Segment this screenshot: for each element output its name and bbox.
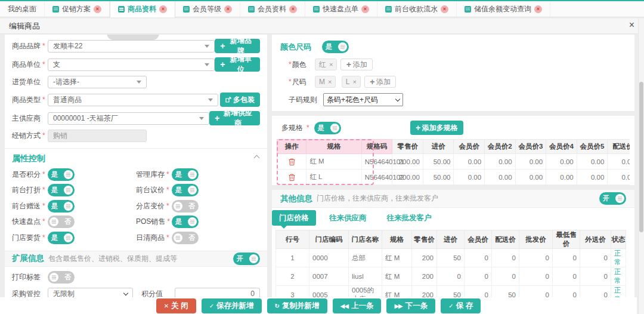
color-size-toggle[interactable]: 是 [322, 41, 349, 53]
remove-tag-icon[interactable] [352, 78, 356, 86]
toggle-switch[interactable]: 是 [48, 200, 75, 213]
spec-value-cell[interactable]: 0.00 [608, 170, 630, 185]
spec-value-cell[interactable]: 50.00 [423, 170, 454, 185]
store-name-cell: liusl [349, 267, 382, 286]
spec-col-header: 会员价2 [485, 140, 516, 154]
other-info-title: 其他信息 [280, 193, 312, 204]
spec-value-cell[interactable]: 50.00 [423, 154, 454, 170]
spec-value-cell[interactable]: 0.00 [485, 170, 516, 185]
other-info-toggle[interactable]: 开 [599, 192, 626, 205]
toggle-state-label: 开 [601, 194, 611, 203]
close-tab-icon[interactable]: × [289, 5, 297, 13]
close-tab-icon[interactable]: × [534, 5, 542, 13]
brand-label: 商品品牌 [12, 41, 48, 51]
tab[interactable]: 储值余额变动查询 × [457, 1, 550, 17]
add-color-button[interactable]: 添加 [340, 59, 372, 70]
close-icon[interactable]: × [629, 20, 634, 30]
spec-value-cell[interactable]: 0.00 [515, 154, 546, 170]
trash-icon[interactable] [289, 174, 295, 181]
subcode-rule-select[interactable]: 条码+花色+尺码 [323, 93, 403, 106]
button-label: 保存并新增 [216, 301, 254, 311]
tag-label: 红 [319, 60, 326, 70]
toggle-switch[interactable]: 否 [172, 232, 199, 244]
multi-package-button[interactable]: 多包装 [220, 93, 260, 107]
spec-value-cell[interactable]: 0.00 [454, 170, 485, 185]
toggle-state-label: 否 [187, 233, 197, 242]
vertical-scrollbar[interactable] [638, 19, 644, 314]
add-supplier-button[interactable]: 新增供应商 [209, 111, 260, 125]
tab[interactable]: 促销方案 × [45, 1, 110, 17]
toggle-switch[interactable]: 是 [48, 184, 75, 196]
toggle-switch[interactable]: 否 [48, 216, 75, 228]
scrollbar-thumb[interactable] [639, 82, 643, 232]
multi-spec-toggle[interactable]: 是 [314, 122, 341, 134]
store-col-header: 零售价 [412, 230, 437, 249]
store-name-cell: 总部 [349, 249, 382, 267]
tab[interactable]: 会员资料 × [240, 1, 305, 17]
spec-table-wrap: 操作规格规格码零售价进价会员价会员价2会员价3会员价4会员价5配送价批发价批发价… [277, 139, 630, 185]
spec-value-cell[interactable]: 0.00 [515, 170, 546, 185]
tab[interactable]: 商品资料 × [110, 1, 175, 17]
spec-value-cell[interactable]: 0.00 [608, 154, 630, 170]
color-size-title: 颜色尺码 [280, 42, 314, 53]
footer-button[interactable]: ✓ 保存并新增 [202, 298, 262, 313]
spec-value-cell[interactable]: 0.00 [577, 154, 608, 170]
tab[interactable]: 我的桌面 [0, 1, 45, 17]
other-info-tab[interactable]: 往来供应商 [322, 210, 374, 226]
remove-tag-icon[interactable] [329, 60, 333, 69]
spec-value-cell[interactable]: 0.00 [454, 154, 485, 170]
spec-value-cell[interactable]: 0.00 [577, 170, 608, 185]
unit-select[interactable]: 支 [48, 59, 215, 71]
supplier-select[interactable]: 00000001 -天福茶厂 [48, 112, 209, 125]
trash-icon[interactable] [289, 158, 295, 165]
close-tab-icon[interactable]: × [94, 5, 101, 13]
delete-cell[interactable] [277, 154, 306, 170]
toggle-switch[interactable]: 是 [172, 184, 199, 196]
add-size-button[interactable]: 添加 [364, 76, 396, 88]
footer-button[interactable]: ◀◀ 上一条 [333, 298, 382, 313]
distribution-input: 购销 [48, 130, 147, 142]
spec-col-header: 会员价5 [577, 140, 608, 154]
purchase-unit-select[interactable]: -请选择- [48, 76, 147, 88]
delete-cell[interactable] [277, 170, 306, 185]
delivery-price-cell: 0 [492, 249, 519, 267]
other-info-tab[interactable]: 门店价格 [272, 210, 316, 226]
toggle-switch[interactable]: 否 [172, 200, 199, 213]
spec-cell: 红 M [382, 267, 412, 286]
close-tab-icon[interactable]: × [361, 5, 369, 13]
toggle-switch[interactable]: 是 [172, 168, 199, 181]
toggle-switch[interactable]: 是 [48, 168, 75, 181]
close-tab-icon[interactable]: × [441, 5, 448, 13]
brand-select[interactable]: 发顺丰22 [48, 40, 215, 53]
form-icon [52, 6, 59, 13]
add-multi-spec-button[interactable]: 添加多规格 [410, 121, 463, 135]
other-info-tab[interactable]: 往来批发客户 [380, 210, 439, 226]
toggle-knob [188, 217, 197, 226]
toggle-switch[interactable]: 是 [172, 216, 199, 228]
type-select[interactable]: 普通商品 [48, 94, 218, 106]
add-brand-button[interactable]: 新增品牌 [215, 39, 260, 53]
wholesale-price-cell: 0 [519, 249, 553, 267]
tab[interactable]: 前台收款流水 × [377, 1, 457, 17]
footer-button[interactable]: ✓ 保 存 [441, 298, 481, 313]
footer-button[interactable]: ✕ 关 闭 [156, 298, 196, 313]
spec-value-cell[interactable]: 0.00 [546, 170, 577, 185]
footer-button[interactable]: ▶▶ 下一条 [386, 298, 435, 313]
chevron-up-icon[interactable] [254, 155, 260, 161]
spec-col-header: 规格码 [361, 140, 392, 154]
toggle-switch[interactable]: 是 [48, 232, 75, 244]
spec-value-cell[interactable]: 0.00 [485, 154, 516, 170]
attribute-toggle-row: 前台议价 是 [136, 183, 260, 199]
close-tab-icon[interactable]: × [224, 5, 232, 13]
extend-toggle[interactable]: 开 [233, 253, 260, 265]
footer-button[interactable]: ↻ 复制并新增 [267, 298, 327, 313]
close-tab-icon[interactable]: × [159, 5, 167, 13]
spec-value-cell[interactable]: 0.00 [546, 154, 577, 170]
tab[interactable]: 快速盘点单 × [305, 1, 377, 17]
add-unit-button[interactable]: 新增单位 [215, 57, 260, 72]
tab[interactable]: 会员等级 × [175, 1, 240, 17]
print-label-toggle[interactable]: 否 [48, 271, 75, 284]
remove-tag-icon[interactable] [328, 78, 332, 86]
store-row[interactable]: 1 0000 总部 红 M 200 50 0 0 0 0 0 正常 [276, 249, 626, 267]
store-row[interactable]: 2 0007 liusl 红 M 200 0 0 0 0 0 0 正常 [276, 267, 626, 286]
